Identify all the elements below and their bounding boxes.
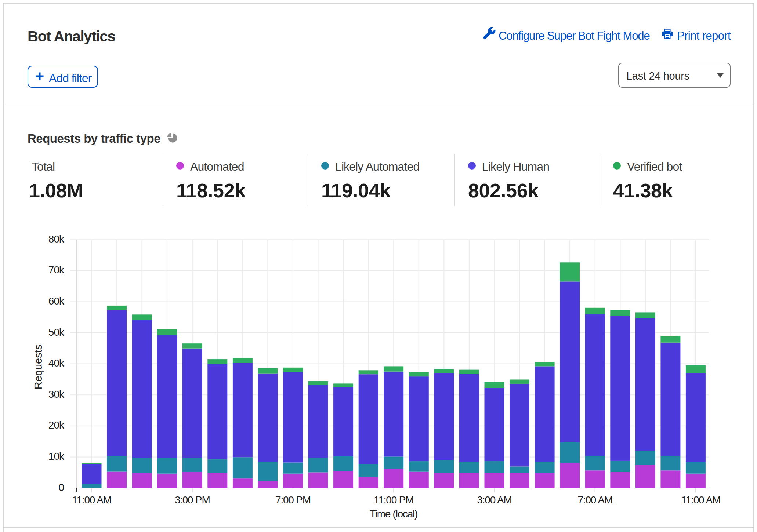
svg-text:7:00 PM: 7:00 PM	[275, 494, 311, 506]
svg-text:11:00 AM: 11:00 AM	[681, 494, 721, 506]
svg-text:7:00 AM: 7:00 AM	[578, 494, 612, 506]
svg-text:Time (local): Time (local)	[370, 508, 417, 520]
svg-text:70k: 70k	[48, 264, 65, 276]
svg-text:11:00 AM: 11:00 AM	[72, 494, 111, 506]
svg-text:10k: 10k	[48, 451, 65, 462]
svg-text:50k: 50k	[48, 327, 65, 338]
svg-text:3:00 PM: 3:00 PM	[175, 494, 210, 506]
svg-text:Requests: Requests	[32, 345, 44, 390]
svg-text:3:00 AM: 3:00 AM	[477, 494, 511, 506]
svg-text:40k: 40k	[48, 357, 65, 369]
svg-text:30k: 30k	[48, 389, 65, 400]
svg-text:20k: 20k	[48, 419, 65, 431]
svg-text:80k: 80k	[48, 233, 65, 245]
svg-text:11:00 PM: 11:00 PM	[374, 494, 413, 506]
svg-text:0: 0	[58, 482, 64, 493]
svg-text:60k: 60k	[48, 295, 65, 307]
